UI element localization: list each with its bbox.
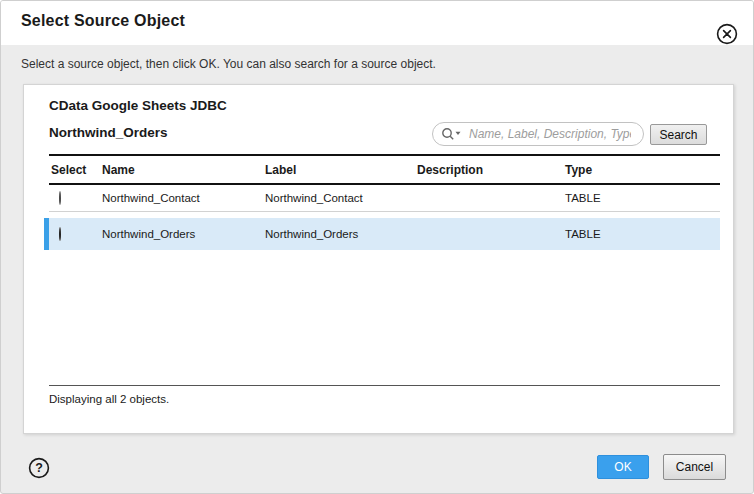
selected-object-name: Northwind_Orders [49,125,168,140]
radio-button[interactable] [59,227,61,241]
dialog-title-bar: Select Source Object [1,1,753,45]
close-button[interactable] [716,23,738,45]
row-name-cell: Northwind_Contact [102,192,265,204]
row-label-cell: Northwind_Orders [265,228,417,240]
ok-button[interactable]: OK [597,455,649,479]
row-label-cell: Northwind_Contact [265,192,417,204]
search-input[interactable] [467,126,633,142]
dialog-instructions: Select a source object, then click OK. Y… [21,57,436,71]
svg-text:?: ? [35,461,43,475]
search-icon[interactable] [441,127,463,141]
search-button[interactable]: Search [650,124,707,145]
row-type-cell: TABLE [565,192,720,204]
connection-name: CData Google Sheets JDBC [49,98,227,113]
column-header-description: Description [417,163,565,177]
table-header-row: Select Name Label Description Type [49,154,720,185]
help-icon: ? [28,467,50,482]
row-select-cell [49,228,102,240]
search-box[interactable] [432,122,644,146]
close-icon [716,33,738,48]
column-header-name: Name [102,163,265,177]
radio-button[interactable] [59,191,61,205]
row-select-cell [49,192,102,204]
column-header-type: Type [565,163,720,177]
select-source-object-dialog: Select Source Object Select a source obj… [0,0,754,494]
cancel-button[interactable]: Cancel [663,454,726,480]
help-button[interactable]: ? [28,457,50,479]
column-header-label: Label [265,163,417,177]
table-row-northwind-orders[interactable]: Northwind_Orders Northwind_Orders TABLE [44,218,720,250]
row-name-cell: Northwind_Orders [102,228,265,240]
source-object-panel: CData Google Sheets JDBC Northwind_Order… [23,84,734,434]
row-type-cell: TABLE [565,228,720,240]
selected-row-indicator-bar [44,218,49,250]
column-header-select: Select [49,163,102,177]
table-row-northwind-contact[interactable]: Northwind_Contact Northwind_Contact TABL… [49,185,720,212]
table-status-text: Displaying all 2 objects. [49,385,720,405]
dialog-title: Select Source Object [21,12,185,30]
